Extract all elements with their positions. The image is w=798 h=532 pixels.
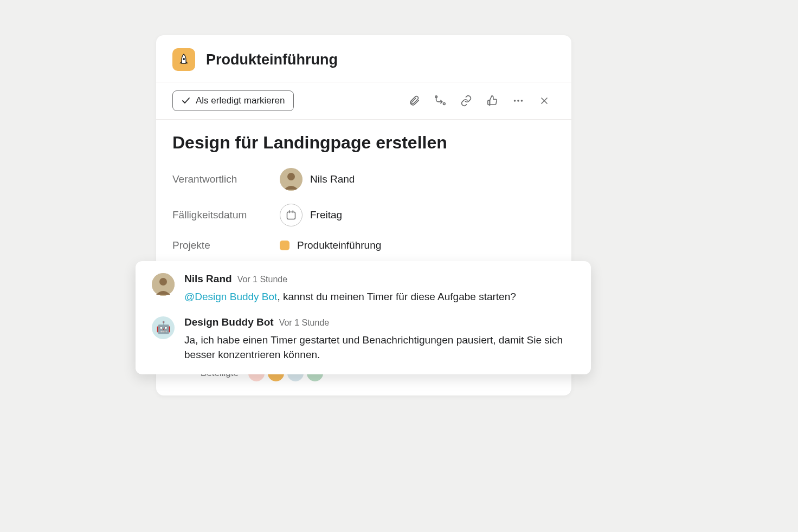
due-date-row: Fälligkeitsdatum Freitag — [172, 204, 555, 226]
like-icon[interactable] — [481, 90, 503, 112]
comment-text: Ja, ich habe einen Timer gestartet und B… — [184, 333, 575, 362]
comment-avatar — [152, 273, 175, 296]
subtask-icon[interactable] — [429, 90, 451, 112]
mark-complete-button[interactable]: Als erledigt markieren — [172, 90, 294, 111]
comment-text-content: Ja, ich habe einen Timer gestartet und B… — [184, 334, 563, 361]
comment-header: Design Buddy Bot Vor 1 Stunde — [184, 316, 575, 328]
comment-header: Nils Rand Vor 1 Stunde — [184, 273, 575, 285]
comment-time: Vor 1 Stunde — [237, 275, 288, 284]
bot-avatar: 🤖 — [152, 316, 175, 339]
due-date-value[interactable]: Freitag — [280, 204, 342, 226]
assignee-name: Nils Rand — [310, 173, 355, 185]
comment-author: Nils Rand — [184, 273, 232, 285]
assignee-label: Verantwortlich — [172, 173, 280, 185]
projects-value[interactable]: Produkteinführung — [280, 239, 381, 251]
comment: Nils Rand Vor 1 Stunde @Design Buddy Bot… — [152, 273, 575, 304]
link-icon[interactable] — [455, 90, 477, 112]
assignee-row: Verantwortlich Nils Rand — [172, 168, 555, 191]
assignee-value[interactable]: Nils Rand — [280, 168, 355, 191]
project-title: Produkteinführung — [206, 51, 338, 68]
comment-time: Vor 1 Stunde — [279, 318, 330, 328]
projects-label: Projekte — [172, 239, 280, 251]
card-header: Produkteinführung — [156, 35, 571, 82]
task-toolbar: Als erledigt markieren — [156, 82, 571, 120]
task-title: Design für Landingpage erstellen — [172, 133, 555, 153]
comment-text-content: , kannst du meinen Timer für diese Aufga… — [277, 291, 516, 302]
due-date-label: Fälligkeitsdatum — [172, 209, 280, 221]
mark-complete-label: Als erledigt markieren — [196, 95, 285, 106]
comments-panel: Nils Rand Vor 1 Stunde @Design Buddy Bot… — [136, 261, 591, 374]
project-color-chip — [280, 241, 289, 250]
svg-rect-8 — [287, 212, 295, 219]
svg-point-7 — [287, 173, 295, 180]
comment-body: Nils Rand Vor 1 Stunde @Design Buddy Bot… — [184, 273, 575, 304]
comment-author: Design Buddy Bot — [184, 316, 274, 328]
comment-text: @Design Buddy Bot, kannst du meinen Time… — [184, 289, 575, 304]
more-icon[interactable] — [507, 90, 529, 112]
svg-point-4 — [517, 100, 519, 102]
svg-point-12 — [159, 278, 167, 286]
svg-point-0 — [183, 58, 185, 60]
comment: 🤖 Design Buddy Bot Vor 1 Stunde Ja, ich … — [152, 316, 575, 362]
attachment-icon[interactable] — [403, 90, 425, 112]
check-icon — [182, 96, 190, 105]
calendar-icon — [280, 204, 303, 226]
comment-body: Design Buddy Bot Vor 1 Stunde Ja, ich ha… — [184, 316, 575, 362]
project-name: Produkteinführung — [297, 239, 381, 251]
project-rocket-icon — [172, 48, 195, 71]
svg-point-5 — [521, 100, 523, 102]
assignee-avatar — [280, 168, 303, 191]
svg-point-3 — [514, 100, 516, 102]
projects-row: Projekte Produkteinführung — [172, 239, 555, 251]
close-icon[interactable] — [533, 90, 555, 112]
svg-point-2 — [443, 103, 446, 105]
due-date-text: Freitag — [310, 209, 342, 221]
mention[interactable]: @Design Buddy Bot — [184, 291, 277, 302]
